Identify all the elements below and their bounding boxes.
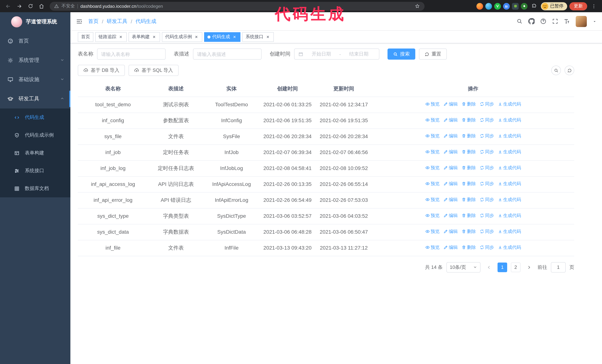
caret-down-icon[interactable] [592,19,597,23]
tab-close-icon[interactable]: × [232,34,237,40]
sync-link[interactable]: 同步 [480,228,494,235]
tab-form-builder[interactable]: 表单构建× [129,32,160,42]
preview-link[interactable]: 预览 [425,228,440,235]
generate-link[interactable]: 生成代码 [498,101,521,107]
preview-link[interactable]: 预览 [425,148,440,155]
sidebar-item-system[interactable]: 系统管理 [0,51,70,70]
sync-link[interactable]: 同步 [480,164,494,171]
sync-link[interactable]: 同步 [480,101,494,107]
edit-link[interactable]: 编辑 [443,148,458,155]
preview-link[interactable]: 预览 [425,164,440,171]
sidebar-item-system-api[interactable]: 系统接口 [0,162,70,180]
tab-system-api[interactable]: 系统接口× [242,32,274,42]
sync-link[interactable]: 同步 [480,212,494,219]
extension-icon[interactable] [503,3,510,10]
tab-codegen[interactable]: 代码生成× [204,32,240,42]
hamburger-icon[interactable] [70,18,88,25]
sidebar-item-db-doc[interactable]: 数据库文档 [0,180,70,197]
delete-link[interactable]: 删除 [462,148,476,155]
generate-link[interactable]: 生成代码 [498,196,521,203]
preview-link[interactable]: 预览 [425,116,440,123]
sync-link[interactable]: 同步 [480,132,494,139]
delete-link[interactable]: 删除 [462,228,476,235]
forward-icon[interactable] [15,2,24,10]
edit-link[interactable]: 编辑 [443,244,458,251]
table-name-input[interactable] [97,49,166,60]
delete-link[interactable]: 删除 [462,180,476,187]
delete-link[interactable]: 删除 [462,212,476,219]
reset-button[interactable]: 重置 [419,49,447,60]
search-button[interactable]: 搜索 [387,49,415,60]
generate-link[interactable]: 生成代码 [498,180,521,187]
sidebar-item-codegen[interactable]: 代码生成 [0,108,70,126]
help-icon[interactable] [540,18,547,24]
user-avatar[interactable] [576,16,587,27]
toggle-search-button[interactable] [551,65,561,75]
delete-link[interactable]: 删除 [462,116,476,123]
import-db-button[interactable]: 基于 DB 导入 [78,65,125,76]
profile-chip[interactable]: 已暂停 [541,2,567,10]
goto-page-input[interactable] [551,262,566,272]
table-desc-input[interactable] [193,49,262,60]
sidebar-item-devtools[interactable]: 研发工具 [0,89,70,108]
refresh-table-button[interactable] [565,65,574,75]
import-sql-button[interactable]: 基于 SQL 导入 [129,65,179,76]
sync-link[interactable]: 同步 [480,244,494,251]
delete-link[interactable]: 删除 [462,132,476,139]
preview-link[interactable]: 预览 [425,244,440,251]
extension-icon[interactable]: V [494,3,501,10]
preview-link[interactable]: 预览 [425,132,440,139]
edit-link[interactable]: 编辑 [443,196,458,203]
prev-page-button[interactable] [484,262,494,272]
update-button[interactable]: 更新 [570,2,587,10]
generate-link[interactable]: 生成代码 [498,228,521,235]
sync-link[interactable]: 同步 [480,180,494,187]
sync-link[interactable]: 同步 [480,196,494,203]
extensions-puzzle-icon[interactable] [530,2,539,10]
extension-icon[interactable] [521,3,527,10]
delete-link[interactable]: 删除 [462,244,476,251]
extension-icon[interactable] [512,3,519,10]
edit-link[interactable]: 编辑 [443,228,458,235]
preview-link[interactable]: 预览 [425,196,440,203]
extension-icon[interactable] [485,3,492,10]
tab-close-icon[interactable]: × [118,34,123,40]
edit-link[interactable]: 编辑 [443,212,458,219]
sync-link[interactable]: 同步 [480,148,494,155]
generate-link[interactable]: 生成代码 [498,164,521,171]
sidebar-item-infra[interactable]: 基础设施 [0,70,70,89]
back-icon[interactable] [4,2,13,10]
home-icon[interactable] [37,2,46,10]
address-bar[interactable]: 不安全 dashboard.yudao.iocoder.cn/tool/code… [50,2,425,10]
generate-link[interactable]: 生成代码 [498,148,521,155]
tab-home[interactable]: 首页 [78,32,93,42]
tab-close-icon[interactable]: × [265,34,270,40]
search-icon[interactable] [516,18,523,24]
breadcrumb-home[interactable]: 首页 [88,18,98,25]
edit-link[interactable]: 编辑 [443,164,458,171]
preview-link[interactable]: 预览 [425,212,440,219]
generate-link[interactable]: 生成代码 [498,212,521,219]
edit-link[interactable]: 编辑 [443,132,458,139]
sidebar-item-codegen-example[interactable]: 代码生成示例 [0,126,70,144]
edit-link[interactable]: 编辑 [443,180,458,187]
generate-link[interactable]: 生成代码 [498,116,521,123]
sidebar-item-home[interactable]: 首页 [0,31,70,51]
font-size-icon[interactable] [564,18,570,24]
tab-trace[interactable]: 链路追踪× [95,32,127,42]
preview-link[interactable]: 预览 [425,180,440,187]
tab-codegen-example[interactable]: 代码生成示例× [162,32,202,42]
preview-link[interactable]: 预览 [425,101,440,107]
extension-icon[interactable] [476,3,483,10]
tab-close-icon[interactable]: × [194,34,199,40]
sidebar-item-form-builder[interactable]: 表单构建 [0,144,70,162]
fullscreen-icon[interactable] [552,18,558,24]
edit-link[interactable]: 编辑 [443,116,458,123]
sync-link[interactable]: 同步 [480,116,494,123]
next-page-button[interactable] [524,262,534,272]
generate-link[interactable]: 生成代码 [498,132,521,139]
generate-link[interactable]: 生成代码 [498,244,521,251]
delete-link[interactable]: 删除 [462,196,476,203]
menu-kebab-icon[interactable] [589,2,598,10]
page-button-1[interactable]: 1 [497,262,507,272]
